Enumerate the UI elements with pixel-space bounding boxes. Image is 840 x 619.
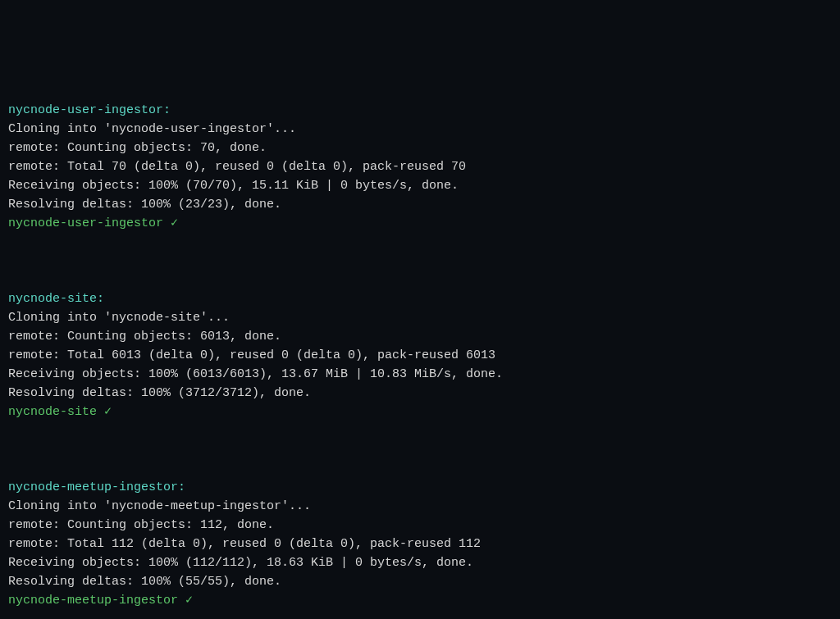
- terminal-line: Receiving objects: 100% (6013/6013), 13.…: [8, 367, 503, 381]
- repo-header: nycnode-user-ingestor:: [8, 103, 171, 117]
- repo-success: nycnode-site ✓: [8, 405, 112, 419]
- terminal-line: remote: Counting objects: 112, done.: [8, 518, 274, 532]
- repo-header: nycnode-meetup-ingestor:: [8, 480, 185, 494]
- terminal-line: Receiving objects: 100% (112/112), 18.63…: [8, 556, 473, 570]
- terminal-line: remote: Total 70 (delta 0), reused 0 (de…: [8, 160, 466, 174]
- repo-success: nycnode-meetup-ingestor ✓: [8, 594, 193, 608]
- terminal-line: remote: Counting objects: 70, done.: [8, 141, 267, 155]
- terminal-line: Resolving deltas: 100% (23/23), done.: [8, 198, 281, 212]
- terminal-line: Cloning into 'nycnode-site'...: [8, 311, 230, 325]
- terminal-line: Receiving objects: 100% (70/70), 15.11 K…: [8, 179, 459, 193]
- terminal-line: Cloning into 'nycnode-user-ingestor'...: [8, 122, 296, 136]
- terminal-block-repo-0: nycnode-user-ingestor: Cloning into 'nyc…: [8, 82, 832, 233]
- terminal-line: remote: Counting objects: 6013, done.: [8, 330, 281, 344]
- terminal-line: remote: Total 6013 (delta 0), reused 0 (…: [8, 348, 495, 362]
- terminal-line: Cloning into 'nycnode-meetup-ingestor'..…: [8, 499, 311, 513]
- terminal-block-repo-2: nycnode-meetup-ingestor: Cloning into 'n…: [8, 459, 832, 610]
- terminal-block-repo-1: nycnode-site: Cloning into 'nycnode-site…: [8, 271, 832, 421]
- terminal-line: remote: Total 112 (delta 0), reused 0 (d…: [8, 537, 481, 551]
- terminal-line: Resolving deltas: 100% (3712/3712), done…: [8, 386, 311, 400]
- repo-success: nycnode-user-ingestor ✓: [8, 216, 178, 230]
- repo-header: nycnode-site:: [8, 292, 104, 306]
- terminal-line: Resolving deltas: 100% (55/55), done.: [8, 575, 281, 589]
